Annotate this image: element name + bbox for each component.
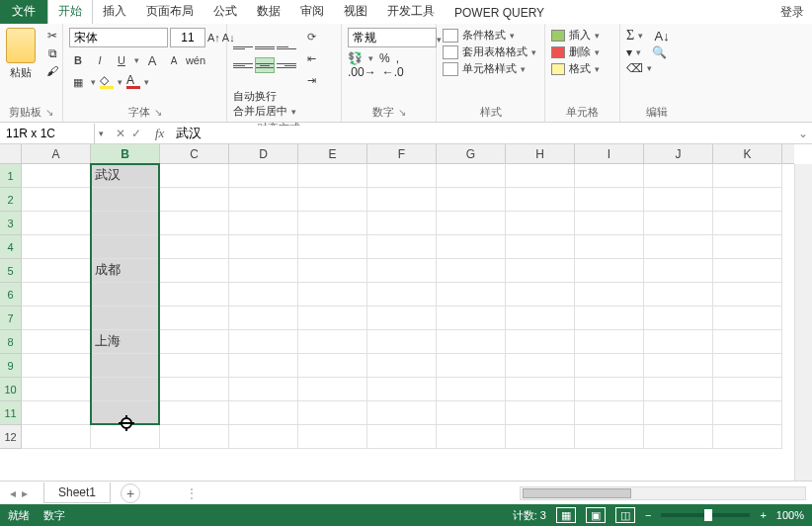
cell-A3[interactable] <box>22 212 91 235</box>
cell-K5[interactable] <box>713 259 782 283</box>
number-format-select[interactable] <box>348 28 437 47</box>
cell-J10[interactable] <box>644 378 713 401</box>
cell-E6[interactable] <box>298 283 367 307</box>
cell-G11[interactable] <box>437 401 506 425</box>
align-bottom-icon[interactable] <box>277 40 296 55</box>
cell-D10[interactable] <box>229 378 298 401</box>
cell-A5[interactable] <box>22 259 91 283</box>
cell-K11[interactable] <box>713 401 782 425</box>
tab-nav-next-icon[interactable]: ▸ <box>22 486 28 500</box>
cell-G2[interactable] <box>437 188 506 212</box>
horizontal-scrollbar[interactable] <box>520 486 806 500</box>
cell-D5[interactable] <box>229 259 298 283</box>
clear-icon[interactable]: ⌫ <box>626 61 643 75</box>
cell-A6[interactable] <box>22 283 91 307</box>
cell-E2[interactable] <box>298 188 367 212</box>
cell-D12[interactable] <box>229 425 298 449</box>
cut-icon[interactable]: ✂ <box>43 28 61 44</box>
cell-J11[interactable] <box>644 401 713 425</box>
cell-B8[interactable]: 上海 <box>91 330 160 354</box>
cell-H2[interactable] <box>506 188 575 212</box>
tab-nav-prev-icon[interactable]: ◂ <box>10 486 16 500</box>
cell-I9[interactable] <box>575 354 644 378</box>
decrease-decimal-icon[interactable]: ←.0 <box>382 65 404 79</box>
cell-B5[interactable]: 成都 <box>91 259 160 283</box>
tab-view[interactable]: 视图 <box>334 0 377 24</box>
cell-I10[interactable] <box>575 378 644 401</box>
cell-C9[interactable] <box>160 354 229 378</box>
cell-D4[interactable] <box>229 235 298 259</box>
cell-F6[interactable] <box>367 283 437 307</box>
insert-cells-button[interactable]: 插入 <box>569 28 591 43</box>
underline-button[interactable]: U <box>113 51 130 69</box>
column-header-E[interactable]: E <box>298 144 367 163</box>
sort-filter-icon[interactable]: A↓ <box>655 29 670 44</box>
copy-icon[interactable]: ⧉ <box>43 45 61 61</box>
column-header-J[interactable]: J <box>644 144 713 163</box>
cell-E8[interactable] <box>298 330 367 354</box>
cell-A1[interactable] <box>22 164 91 188</box>
name-box[interactable] <box>0 124 95 143</box>
fill-color-icon[interactable]: ◇ <box>100 75 114 89</box>
cells-area[interactable]: 武汉成都上海 <box>22 164 794 481</box>
cell-D1[interactable] <box>229 164 298 188</box>
cell-C2[interactable] <box>160 188 229 212</box>
cell-I2[interactable] <box>575 188 644 212</box>
cell-J6[interactable] <box>644 283 713 307</box>
cell-B4[interactable] <box>91 235 160 259</box>
cell-G9[interactable] <box>437 354 506 378</box>
cell-E11[interactable] <box>298 401 367 425</box>
tab-data[interactable]: 数据 <box>247 0 290 24</box>
cell-I11[interactable] <box>575 401 644 425</box>
column-header-F[interactable]: F <box>367 144 437 163</box>
view-pagebreak-icon[interactable]: ◫ <box>615 507 635 523</box>
column-header-B[interactable]: B <box>91 144 160 163</box>
cell-A11[interactable] <box>22 401 91 425</box>
row-header-12[interactable]: 12 <box>0 425 21 449</box>
cell-C6[interactable] <box>160 283 229 307</box>
cell-A2[interactable] <box>22 188 91 212</box>
format-cells-button[interactable]: 格式 <box>569 61 591 76</box>
indent-increase-icon[interactable]: ⇥ <box>302 71 320 89</box>
cell-E12[interactable] <box>298 425 367 449</box>
cell-G1[interactable] <box>437 164 506 188</box>
fx-icon[interactable]: fx <box>149 126 170 141</box>
autosum-icon[interactable]: Σ <box>626 28 634 44</box>
cell-D8[interactable] <box>229 330 298 354</box>
expand-formula-bar-icon[interactable]: ⌄ <box>794 127 812 140</box>
login-link[interactable]: 登录 <box>780 4 804 21</box>
cell-B12[interactable] <box>91 425 160 449</box>
row-header-9[interactable]: 9 <box>0 354 21 378</box>
cell-B3[interactable] <box>91 212 160 235</box>
cell-A8[interactable] <box>22 330 91 354</box>
align-top-icon[interactable] <box>233 40 253 55</box>
row-header-6[interactable]: 6 <box>0 283 21 307</box>
select-all-corner[interactable] <box>0 144 22 164</box>
cell-D2[interactable] <box>229 188 298 212</box>
cell-K9[interactable] <box>713 354 782 378</box>
cancel-icon[interactable]: ✕ <box>116 127 125 140</box>
row-header-1[interactable]: 1 <box>0 164 21 188</box>
align-middle-icon[interactable] <box>255 40 275 55</box>
zoom-slider[interactable] <box>661 513 750 517</box>
cell-E10[interactable] <box>298 378 367 401</box>
cell-C8[interactable] <box>160 330 229 354</box>
cell-B2[interactable] <box>91 188 160 212</box>
cell-H7[interactable] <box>506 307 575 330</box>
cell-H10[interactable] <box>506 378 575 401</box>
paste-button[interactable]: 粘贴 <box>10 65 32 80</box>
cell-E5[interactable] <box>298 259 367 283</box>
tab-insert[interactable]: 插入 <box>93 0 136 24</box>
row-header-4[interactable]: 4 <box>0 235 21 259</box>
cell-B10[interactable] <box>91 378 160 401</box>
dialog-launcher-icon[interactable]: ↘ <box>154 107 162 118</box>
conditional-format-button[interactable]: 条件格式 <box>462 28 506 43</box>
cell-G12[interactable] <box>437 425 506 449</box>
fill-icon[interactable]: ▾ <box>626 45 632 59</box>
cell-B7[interactable] <box>91 307 160 330</box>
view-pagelayout-icon[interactable]: ▣ <box>586 507 606 523</box>
sheet-tab[interactable]: Sheet1 <box>43 483 111 503</box>
cell-F3[interactable] <box>367 212 437 235</box>
cell-E9[interactable] <box>298 354 367 378</box>
cell-B9[interactable] <box>91 354 160 378</box>
